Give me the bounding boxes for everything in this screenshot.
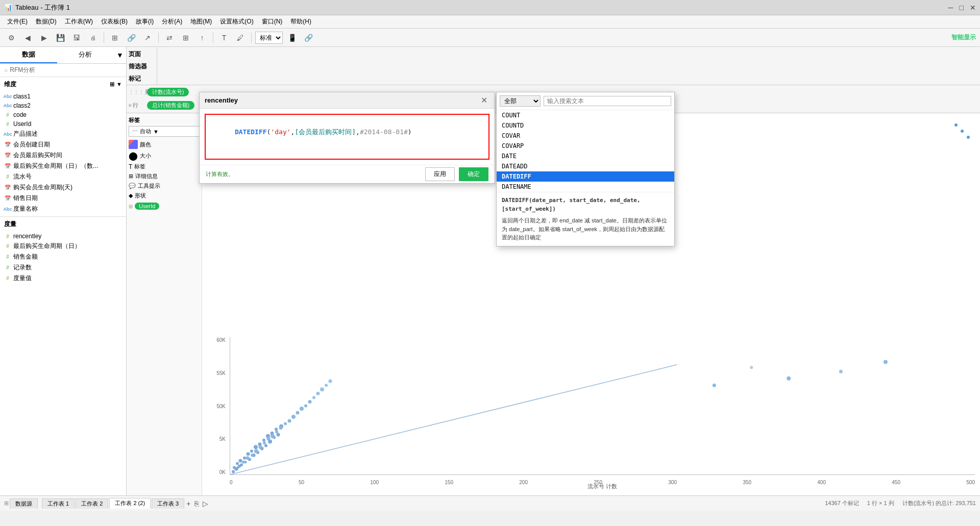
dim-measure-name[interactable]: Abc 度量名称 [0,204,126,214]
menu-story[interactable]: 故事(I) [133,16,157,27]
sort-dim-icon[interactable]: ⊞ [110,81,114,88]
dim-hash-icon: # [4,111,11,118]
dim-class1[interactable]: Abc class1 [0,92,126,101]
tab-sheet3[interactable]: 工作表 3 [152,498,184,509]
menu-dashboard[interactable]: 仪表板(B) [98,16,131,27]
func-item-date[interactable]: DATE [497,151,674,161]
dim-class2-label: class2 [13,102,31,109]
measure-sales[interactable]: # 销售金额 [0,252,126,262]
marks-shape-label[interactable]: 形状 [135,192,146,199]
dim-create-date[interactable]: 📅 会员创建日期 [0,139,126,150]
add-dim-icon[interactable]: ▼ [116,81,122,88]
func-item-datename[interactable]: DATENAME [497,182,674,192]
calc-title-input[interactable] [205,96,479,104]
func-item-covarp[interactable]: COVARP [497,141,674,151]
tab-sheet2[interactable]: 工作表 2 [76,498,108,509]
close-button[interactable]: ✕ [970,4,976,12]
dim-lifecycle-day[interactable]: 📅 最后购买生命周期（日）（数... [0,161,126,171]
func-item-covar[interactable]: COVAR [497,131,674,141]
measure-records[interactable]: # 记录数 [0,262,126,273]
menu-map[interactable]: 地图(M) [187,16,215,27]
marks-color-label[interactable]: 颜色 [140,141,151,148]
title-bar-left: 📊 Tableau - 工作簿 1 [4,3,70,12]
measure-rencentley[interactable]: # rencentley [0,232,126,241]
func-item-count[interactable]: COUNT [497,110,674,120]
marks-size-label[interactable]: 大小 [140,152,151,160]
menu-data[interactable]: 数据(D) [33,16,60,27]
toolbar-connect-icon[interactable]: 🔗 [124,31,138,45]
calc-editor[interactable]: DATEDIFF('day',[会员最后购买时间],#2014-08-01#) [205,114,489,160]
tab-sheet2-2[interactable]: 工作表 2 (2) [109,498,151,509]
dim-hash-icon-2: # [4,120,11,128]
func-item-dateadd[interactable]: DATEADD [497,161,674,171]
dim-purchase-lifecycle[interactable]: 📅 购买会员生命周期(天) [0,182,126,193]
minimize-button[interactable]: ─ [948,4,953,12]
marks-tooltip-label[interactable]: 工具提示 [138,182,160,190]
dim-abc-icon-4: Abc [4,206,11,213]
formula-comma2: , [356,128,360,136]
toolbar-group-icon[interactable]: ⊞ [179,31,193,45]
toolbar-save-icon[interactable]: 💾 [53,31,67,45]
dim-class2[interactable]: Abc class2 [0,101,126,110]
dim-userid[interactable]: # UserId [0,119,126,129]
menu-file[interactable]: 文件(E) [4,16,31,27]
section-divider-2 [0,216,126,217]
func-item-datediff[interactable]: DATEDIFF [497,171,674,182]
toolbar-highlight-icon[interactable]: 🖊 [233,31,248,45]
duplicate-sheet-icon[interactable]: ⎘ [193,498,200,509]
x-axis-title: 流水号 计数 [230,483,975,490]
toolbar-text-icon[interactable]: T [217,31,231,45]
status-dimensions: 1 行 × 1 列 [867,499,894,507]
func-category-select[interactable]: 全部 [500,95,541,107]
menu-window[interactable]: 窗口(N) [259,16,286,27]
toolbar-table-icon[interactable]: ⊞ [108,31,122,45]
marks-userid-pill[interactable]: UserId [135,203,159,210]
menu-help[interactable]: 帮助(H) [287,16,314,27]
toolbar-device-icon[interactable]: 📱 [285,31,299,45]
calc-apply-button[interactable]: 应用 [425,167,455,181]
tab-sheet1[interactable]: 工作表 1 [42,498,75,509]
tab-datasource[interactable]: 数据源 [10,498,38,509]
func-search-input[interactable] [544,96,671,106]
maximize-button[interactable]: □ [960,4,964,12]
toolbar-swap-icon[interactable]: ⇄ [162,31,177,45]
dim-sale-date[interactable]: 📅 销售日期 [0,193,126,204]
toolbar-settings-icon[interactable]: ⚙ [4,31,18,45]
row-pill[interactable]: 总计(销售金额) [147,101,194,110]
dim-product-desc[interactable]: Abc 产品描述 [0,129,126,139]
measure-hash-icon-2: # [4,243,11,250]
dim-code[interactable]: # code [0,110,126,119]
func-item-countd[interactable]: COUNTD [497,120,674,131]
toolbar-save2-icon[interactable]: 🖫 [69,31,84,45]
tab-analysis[interactable]: 分析 [57,47,114,63]
menu-worksheet[interactable]: 工作表(W) [62,16,96,27]
marks-detail-label[interactable]: 详细信息 [135,172,158,180]
marks-auto-btn[interactable]: ⋯ 自动 ▼ [129,126,200,137]
dim-last-purchase[interactable]: 📅 会员最后购买时间 [0,150,126,161]
calc-close-button[interactable]: ✕ [479,95,489,105]
marks-color-row: 颜色 [129,140,200,149]
tab-data[interactable]: 数据 [0,47,57,63]
toolbar-share-icon[interactable]: 🔗 [301,31,315,45]
smart-display-button[interactable]: 智能显示 [951,33,976,42]
panel-menu-icon[interactable]: ▼ [114,47,126,63]
calc-confirm-button[interactable]: 确定 [459,167,488,181]
measure-value[interactable]: # 度量值 [0,273,126,284]
menu-analysis[interactable]: 分析(A) [159,16,185,27]
measure-lifecycle-day[interactable]: # 最后购买生命周期（日） [0,241,126,252]
svg-point-26 [235,467,238,471]
toolbar-back-icon[interactable]: ◀ [20,31,35,45]
menu-format[interactable]: 设置格式(O) [217,16,256,27]
view-type-select[interactable]: 标准 [255,32,283,44]
toolbar-export-icon[interactable]: ↗ [140,31,155,45]
toolbar-forward-icon[interactable]: ▶ [37,31,51,45]
marks-color-swatch[interactable] [129,140,138,149]
dim-serial[interactable]: # 流水号 [0,171,126,182]
new-sheet-icon[interactable]: + [185,498,191,509]
sheet-more-icon[interactable]: ▷ [202,498,209,509]
marks-label-label[interactable]: 标签 [134,163,145,170]
toolbar-sort-asc-icon[interactable]: ↑ [195,31,209,45]
toolbar-print-icon[interactable]: 🖨 [86,31,100,45]
col-pill[interactable]: 计数(流水号) [147,88,189,96]
formula-str: 'day' [271,128,290,136]
